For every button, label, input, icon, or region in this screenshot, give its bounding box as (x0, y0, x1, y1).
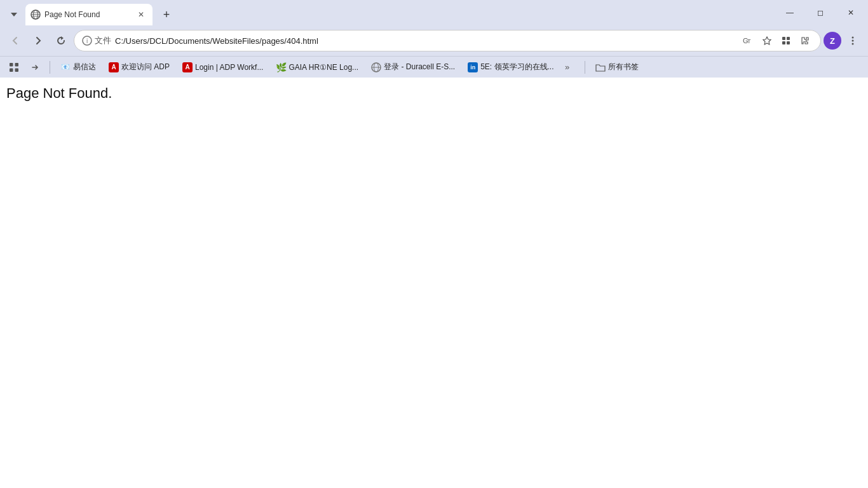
bookmark-item-gaia[interactable]: 🌿 GAIA HR①NE Log... (271, 59, 363, 76)
puzzle-icon (800, 36, 810, 46)
forward-button[interactable] (28, 30, 48, 51)
bookmark-label-adp-login: Login | ADP Workf... (195, 63, 263, 72)
translate-button[interactable]: G T (740, 33, 756, 48)
bookmarks-separator-left (50, 61, 50, 74)
address-bar[interactable]: i 文件 G T (74, 30, 821, 51)
svg-rect-12 (782, 37, 785, 40)
bookmark-item-adp-login[interactable]: A Login | ADP Workf... (177, 59, 268, 76)
linkedin-favicon: in (468, 62, 478, 72)
title-bar: Page Not Found ✕ + — ◻ ✕ (0, 0, 868, 25)
svg-text:T: T (747, 38, 751, 44)
bookmarks-bar: 📧 易信达 A 欢迎访问 ADP A Login | ADP Workf... … (0, 56, 868, 78)
address-icons: G T (740, 33, 813, 48)
svg-rect-19 (10, 63, 13, 67)
bookmark-item-adp-welcome[interactable]: A 欢迎访问 ADP (104, 59, 175, 76)
browser-window: Page Not Found ✕ + — ◻ ✕ (0, 0, 868, 488)
svg-marker-11 (763, 37, 771, 44)
gaia-favicon: 🌿 (276, 62, 286, 72)
svg-rect-15 (787, 41, 790, 44)
page-content: Page Not Found. (0, 78, 868, 488)
svg-rect-22 (15, 68, 19, 72)
tab-close-button[interactable]: ✕ (135, 8, 147, 21)
bookmark-item-duracell[interactable]: 登录 - Duracell E-S... (366, 59, 460, 76)
active-tab[interactable]: Page Not Found ✕ (25, 4, 153, 25)
expand-icon (31, 63, 39, 72)
extensions-puzzle-button[interactable] (797, 33, 813, 48)
back-icon (10, 35, 21, 46)
maximize-button[interactable]: ◻ (806, 0, 835, 25)
yixinda-favicon: 📧 (60, 62, 71, 72)
svg-marker-6 (61, 36, 64, 40)
svg-rect-21 (10, 68, 13, 72)
apps-button[interactable] (5, 58, 23, 76)
toolbar: i 文件 G T (0, 25, 868, 56)
close-button[interactable]: ✕ (836, 0, 865, 25)
svg-rect-20 (15, 63, 19, 67)
chevron-down-icon (9, 10, 19, 20)
reload-button[interactable] (51, 30, 71, 51)
tab-title: Page Not Found (44, 10, 131, 19)
grid-icon (781, 36, 791, 46)
bookmarks-separator-right (585, 61, 585, 74)
forward-icon (32, 35, 44, 46)
star-icon (762, 36, 772, 46)
protocol-label: 文件 (95, 35, 111, 46)
extensions-grid-button[interactable] (778, 33, 794, 48)
info-icon: i (82, 36, 92, 46)
folder-icon (595, 62, 606, 72)
overflow-icon: » (565, 63, 576, 72)
more-menu-button[interactable] (843, 30, 863, 51)
svg-marker-0 (11, 13, 17, 17)
bookmark-label-5e: 5E: 领英学习的在线... (480, 62, 553, 72)
globe-icon (31, 10, 41, 20)
svg-point-18 (852, 43, 854, 45)
bookmark-label-adp-welcome: 欢迎访问 ADP (121, 62, 170, 72)
duracell-favicon (371, 62, 381, 72)
tab-history-button[interactable] (5, 6, 23, 24)
back-button[interactable] (5, 30, 25, 51)
address-protocol: i 文件 (82, 35, 111, 46)
page-not-found-heading: Page Not Found. (6, 85, 112, 101)
window-controls: — ◻ ✕ (775, 0, 868, 25)
bookmark-label-duracell: 登录 - Duracell E-S... (384, 62, 455, 72)
bookmark-item-yixinda[interactable]: 📧 易信达 (55, 59, 101, 76)
bookmark-expand-button[interactable] (25, 59, 44, 76)
svg-point-17 (852, 40, 854, 42)
user-avatar-button[interactable]: Z (824, 32, 841, 50)
bookmark-star-button[interactable] (759, 33, 775, 48)
more-icon (847, 35, 858, 46)
tab-bar-left: Page Not Found ✕ + (5, 4, 175, 25)
reload-icon (55, 35, 67, 46)
svg-rect-14 (782, 41, 785, 44)
adp-welcome-favicon: A (109, 62, 119, 72)
all-bookmarks-button[interactable]: 所有书签 (590, 59, 644, 76)
bookmark-label-yixinda: 易信达 (73, 62, 96, 72)
adp-login-favicon: A (182, 62, 193, 72)
new-tab-button[interactable]: + (158, 6, 175, 24)
tab-favicon (31, 10, 41, 20)
minimize-button[interactable]: — (775, 0, 804, 25)
bookmarks-overflow-button[interactable]: » (562, 58, 580, 76)
duracell-globe-icon (371, 62, 381, 72)
svg-point-16 (852, 37, 854, 39)
svg-text:»: » (565, 63, 569, 72)
bookmark-label-gaia: GAIA HR①NE Log... (288, 63, 358, 72)
translate-icon: G T (742, 35, 754, 46)
toolbar-right: Z (824, 30, 863, 51)
all-bookmarks-label: 所有书签 (608, 62, 639, 72)
bookmark-item-5e[interactable]: in 5E: 领英学习的在线... (463, 59, 559, 76)
address-url-input[interactable] (115, 36, 736, 46)
svg-rect-13 (787, 37, 790, 40)
apps-icon (8, 62, 20, 73)
svg-text:i: i (86, 37, 88, 44)
